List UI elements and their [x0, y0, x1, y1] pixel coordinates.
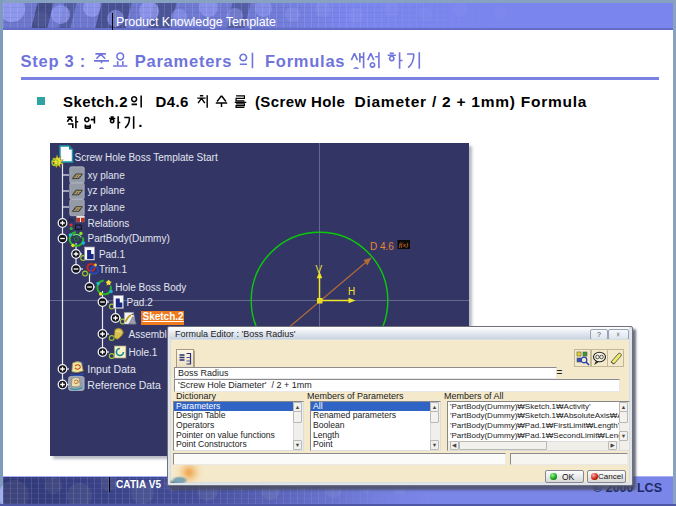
svg-text:fx: fx: [68, 216, 74, 224]
